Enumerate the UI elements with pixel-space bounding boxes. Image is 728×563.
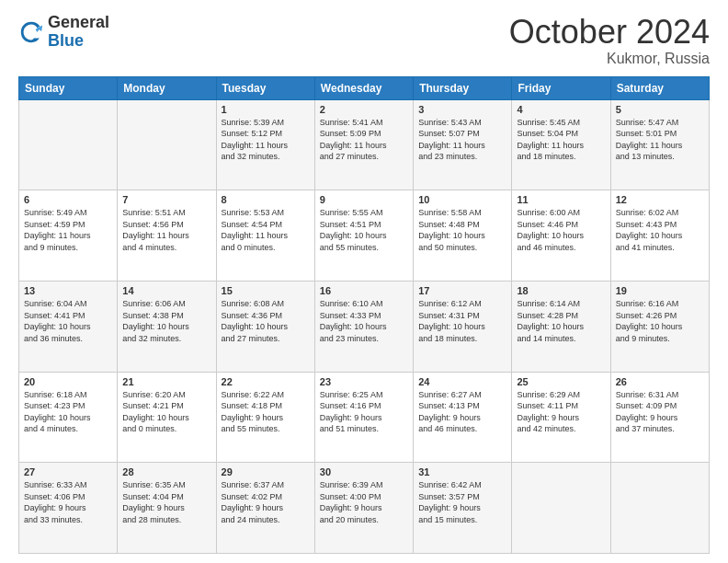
day-info: Sunrise: 6:06 AM Sunset: 4:38 PM Dayligh… — [122, 298, 210, 344]
title-block: October 2024 Kukmor, Russia — [509, 14, 710, 67]
logo: General Blue — [18, 14, 109, 51]
day-number: 24 — [418, 376, 506, 387]
calendar-cell: 31Sunrise: 6:42 AM Sunset: 3:57 PM Dayli… — [414, 463, 512, 554]
calendar-cell: 5Sunrise: 5:47 AM Sunset: 5:01 PM Daylig… — [610, 99, 709, 190]
calendar-cell: 15Sunrise: 6:08 AM Sunset: 4:36 PM Dayli… — [216, 281, 314, 372]
logo-general: General — [48, 14, 109, 32]
calendar-cell: 13Sunrise: 6:04 AM Sunset: 4:41 PM Dayli… — [19, 281, 118, 372]
calendar-cell: 28Sunrise: 6:35 AM Sunset: 4:04 PM Dayli… — [118, 463, 216, 554]
calendar-cell — [118, 99, 216, 190]
day-info: Sunrise: 6:31 AM Sunset: 4:09 PM Dayligh… — [616, 389, 704, 435]
calendar-cell: 4Sunrise: 5:45 AM Sunset: 5:04 PM Daylig… — [512, 99, 610, 190]
calendar-cell: 26Sunrise: 6:31 AM Sunset: 4:09 PM Dayli… — [610, 372, 709, 463]
calendar-header: Sunday Monday Tuesday Wednesday Thursday… — [19, 76, 710, 99]
day-info: Sunrise: 6:20 AM Sunset: 4:21 PM Dayligh… — [122, 389, 210, 435]
day-info: Sunrise: 5:47 AM Sunset: 5:01 PM Dayligh… — [616, 117, 704, 163]
logo-text: General Blue — [48, 14, 109, 51]
day-number: 30 — [320, 466, 408, 477]
day-info: Sunrise: 6:08 AM Sunset: 4:36 PM Dayligh… — [222, 298, 310, 344]
day-info: Sunrise: 6:00 AM Sunset: 4:46 PM Dayligh… — [517, 207, 605, 253]
day-number: 4 — [517, 104, 605, 115]
day-info: Sunrise: 6:37 AM Sunset: 4:02 PM Dayligh… — [222, 479, 310, 525]
month-title: October 2024 — [509, 14, 710, 51]
col-monday: Monday — [118, 76, 216, 99]
day-number: 28 — [122, 466, 210, 477]
calendar-week-2: 13Sunrise: 6:04 AM Sunset: 4:41 PM Dayli… — [19, 281, 710, 372]
calendar-week-3: 20Sunrise: 6:18 AM Sunset: 4:23 PM Dayli… — [19, 372, 710, 463]
calendar-body: 1Sunrise: 5:39 AM Sunset: 5:12 PM Daylig… — [19, 99, 710, 553]
day-number: 10 — [418, 194, 506, 205]
day-number: 17 — [418, 285, 506, 296]
calendar-cell: 27Sunrise: 6:33 AM Sunset: 4:06 PM Dayli… — [19, 463, 118, 554]
day-info: Sunrise: 5:41 AM Sunset: 5:09 PM Dayligh… — [320, 117, 408, 163]
day-info: Sunrise: 6:18 AM Sunset: 4:23 PM Dayligh… — [24, 389, 112, 435]
day-info: Sunrise: 6:27 AM Sunset: 4:13 PM Dayligh… — [418, 389, 506, 435]
col-saturday: Saturday — [610, 76, 709, 99]
day-number: 7 — [122, 194, 210, 205]
col-sunday: Sunday — [19, 76, 118, 99]
calendar-cell — [610, 463, 709, 554]
day-number: 3 — [418, 104, 506, 115]
calendar-week-1: 6Sunrise: 5:49 AM Sunset: 4:59 PM Daylig… — [19, 190, 710, 282]
logo-icon — [18, 19, 44, 45]
day-number: 13 — [24, 285, 112, 296]
day-number: 27 — [24, 466, 112, 477]
day-info: Sunrise: 6:12 AM Sunset: 4:31 PM Dayligh… — [418, 298, 506, 344]
day-info: Sunrise: 6:10 AM Sunset: 4:33 PM Dayligh… — [320, 298, 408, 344]
calendar-cell: 24Sunrise: 6:27 AM Sunset: 4:13 PM Dayli… — [414, 372, 512, 463]
day-number: 19 — [616, 285, 704, 296]
calendar-cell — [19, 99, 118, 190]
day-info: Sunrise: 6:29 AM Sunset: 4:11 PM Dayligh… — [517, 389, 605, 435]
calendar-cell: 30Sunrise: 6:39 AM Sunset: 4:00 PM Dayli… — [314, 463, 413, 554]
calendar-cell: 23Sunrise: 6:25 AM Sunset: 4:16 PM Dayli… — [314, 372, 413, 463]
day-info: Sunrise: 6:25 AM Sunset: 4:16 PM Dayligh… — [320, 389, 408, 435]
day-number: 9 — [320, 194, 408, 205]
col-wednesday: Wednesday — [314, 76, 413, 99]
day-number: 15 — [222, 285, 310, 296]
calendar-cell: 8Sunrise: 5:53 AM Sunset: 4:54 PM Daylig… — [216, 190, 314, 282]
day-info: Sunrise: 6:02 AM Sunset: 4:43 PM Dayligh… — [616, 207, 704, 253]
day-info: Sunrise: 6:42 AM Sunset: 3:57 PM Dayligh… — [418, 479, 506, 525]
calendar-cell: 11Sunrise: 6:00 AM Sunset: 4:46 PM Dayli… — [512, 190, 610, 282]
day-info: Sunrise: 6:16 AM Sunset: 4:26 PM Dayligh… — [616, 298, 704, 344]
day-info: Sunrise: 5:43 AM Sunset: 5:07 PM Dayligh… — [418, 117, 506, 163]
day-info: Sunrise: 5:45 AM Sunset: 5:04 PM Dayligh… — [517, 117, 605, 163]
day-info: Sunrise: 5:58 AM Sunset: 4:48 PM Dayligh… — [418, 207, 506, 253]
day-number: 29 — [222, 466, 310, 477]
calendar-week-0: 1Sunrise: 5:39 AM Sunset: 5:12 PM Daylig… — [19, 99, 710, 190]
calendar-cell: 6Sunrise: 5:49 AM Sunset: 4:59 PM Daylig… — [19, 190, 118, 282]
day-info: Sunrise: 6:39 AM Sunset: 4:00 PM Dayligh… — [320, 479, 408, 525]
calendar-cell: 3Sunrise: 5:43 AM Sunset: 5:07 PM Daylig… — [414, 99, 512, 190]
day-number: 20 — [24, 376, 112, 387]
col-friday: Friday — [512, 76, 610, 99]
day-number: 21 — [122, 376, 210, 387]
day-number: 14 — [122, 285, 210, 296]
day-info: Sunrise: 5:39 AM Sunset: 5:12 PM Dayligh… — [222, 117, 310, 163]
calendar-cell: 7Sunrise: 5:51 AM Sunset: 4:56 PM Daylig… — [118, 190, 216, 282]
day-number: 25 — [517, 376, 605, 387]
day-info: Sunrise: 6:22 AM Sunset: 4:18 PM Dayligh… — [222, 389, 310, 435]
day-info: Sunrise: 6:35 AM Sunset: 4:04 PM Dayligh… — [122, 479, 210, 525]
day-info: Sunrise: 5:49 AM Sunset: 4:59 PM Dayligh… — [24, 207, 112, 253]
calendar-cell: 12Sunrise: 6:02 AM Sunset: 4:43 PM Dayli… — [610, 190, 709, 282]
day-info: Sunrise: 6:33 AM Sunset: 4:06 PM Dayligh… — [24, 479, 112, 525]
col-tuesday: Tuesday — [216, 76, 314, 99]
day-number: 16 — [320, 285, 408, 296]
day-number: 26 — [616, 376, 704, 387]
calendar-cell — [512, 463, 610, 554]
calendar-cell: 2Sunrise: 5:41 AM Sunset: 5:09 PM Daylig… — [314, 99, 413, 190]
day-info: Sunrise: 6:04 AM Sunset: 4:41 PM Dayligh… — [24, 298, 112, 344]
calendar-cell: 29Sunrise: 6:37 AM Sunset: 4:02 PM Dayli… — [216, 463, 314, 554]
calendar-cell: 22Sunrise: 6:22 AM Sunset: 4:18 PM Dayli… — [216, 372, 314, 463]
location: Kukmor, Russia — [509, 51, 710, 67]
day-info: Sunrise: 6:14 AM Sunset: 4:28 PM Dayligh… — [517, 298, 605, 344]
day-number: 5 — [616, 104, 704, 115]
day-number: 1 — [222, 104, 310, 115]
day-number: 8 — [222, 194, 310, 205]
day-number: 2 — [320, 104, 408, 115]
calendar-table: Sunday Monday Tuesday Wednesday Thursday… — [18, 76, 710, 554]
calendar-cell: 16Sunrise: 6:10 AM Sunset: 4:33 PM Dayli… — [314, 281, 413, 372]
calendar-cell: 9Sunrise: 5:55 AM Sunset: 4:51 PM Daylig… — [314, 190, 413, 282]
day-number: 18 — [517, 285, 605, 296]
calendar-cell: 19Sunrise: 6:16 AM Sunset: 4:26 PM Dayli… — [610, 281, 709, 372]
